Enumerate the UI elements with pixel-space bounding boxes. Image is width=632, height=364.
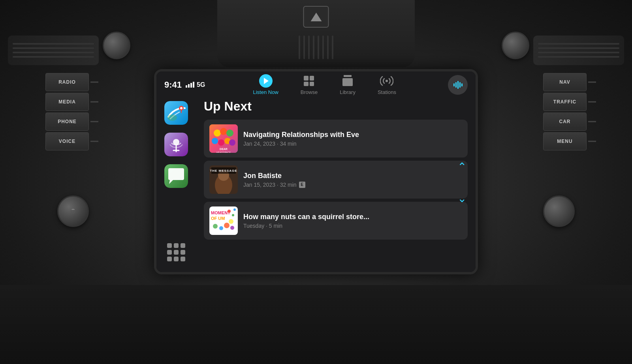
stations-icon — [380, 74, 393, 88]
episode-item-3[interactable]: MOMENT OF UM — [204, 202, 468, 240]
svg-point-5 — [167, 114, 177, 121]
car-dashboard: RADIO MEDIA PHONE VOICE NAV TRAFFIC CAR … — [0, 0, 632, 364]
svg-point-15 — [226, 129, 233, 137]
vent-line — [13, 56, 94, 58]
voice-button[interactable]: VOICE — [45, 132, 89, 150]
episode-title-2: Jon Batiste — [243, 172, 462, 180]
library-icon — [341, 74, 354, 88]
top-bar: 9:41 5G — [156, 71, 476, 93]
episode-artwork-3: MOMENT OF UM — [209, 206, 238, 235]
svg-point-4 — [180, 107, 182, 109]
svg-text:MOMENT: MOMENT — [211, 210, 230, 215]
center-vent — [299, 36, 333, 59]
scroll-up-button[interactable]: ⌃ — [454, 159, 470, 175]
grid-dot — [174, 243, 179, 248]
podcasts-icon — [164, 133, 188, 156]
svg-text:OF UM: OF UM — [211, 216, 225, 221]
svg-point-37 — [233, 208, 236, 211]
phone-button[interactable]: PHONE — [45, 113, 89, 131]
grid-dot — [174, 257, 179, 261]
tab-library[interactable]: Library — [329, 74, 367, 95]
svg-rect-2 — [164, 101, 188, 125]
svg-point-13 — [214, 129, 221, 137]
traffic-button[interactable]: TRAFFIC — [543, 93, 587, 111]
explicit-badge: E — [299, 182, 305, 188]
episode-title-1: Navigating Relationships with Eve — [243, 131, 462, 139]
media-button[interactable]: MEDIA — [45, 93, 89, 111]
vent-line — [538, 52, 619, 53]
network-type: 5G — [197, 81, 205, 88]
menu-button[interactable]: MENU — [543, 132, 587, 150]
vent-slot — [303, 36, 305, 59]
signal-bars — [186, 82, 194, 88]
grid-cell — [304, 76, 308, 81]
grid-dots — [167, 243, 185, 261]
vent-slot — [322, 36, 324, 59]
signal-bar-1 — [186, 85, 187, 88]
svg-point-17 — [218, 139, 224, 146]
vent-line — [13, 43, 94, 45]
car-button-btn[interactable]: CAR — [543, 113, 587, 131]
scroll-down-button[interactable]: ⌄ — [454, 191, 470, 206]
sidebar-item-podcasts[interactable] — [164, 133, 188, 156]
tab-browse[interactable]: Browse — [290, 74, 329, 95]
stations-svg-icon — [380, 75, 393, 86]
svg-text:HEADSPACE: HEADSPACE — [216, 151, 231, 153]
episode-title-3: How many nuts can a squirrel store... — [243, 213, 462, 221]
siri-bar — [461, 83, 463, 86]
right-button-panel: NAV TRAFFIC CAR MENU — [543, 73, 587, 150]
grid-dot — [174, 250, 179, 255]
vent-line — [538, 47, 619, 49]
svg-text:THE MESSAGE: THE MESSAGE — [210, 169, 237, 173]
right-vent — [533, 36, 624, 65]
episode-list: DEAR HEADSPACE Navigating Relationships … — [204, 120, 468, 240]
top-center-panel — [217, 0, 415, 67]
siri-button[interactable] — [448, 75, 468, 95]
grid-dot — [167, 257, 172, 261]
radio-button[interactable]: RADIO — [45, 73, 89, 91]
listen-now-icon — [259, 74, 273, 88]
siri-bar — [455, 82, 457, 88]
vent-line — [13, 47, 94, 49]
episode-info-1: Navigating Relationships with Eve Jan 24… — [243, 131, 462, 147]
tab-stations[interactable]: Stations — [367, 74, 407, 95]
signal-bar-4 — [193, 82, 194, 88]
vent-line — [538, 56, 619, 58]
hazard-button[interactable] — [303, 6, 329, 28]
siri-bar — [459, 82, 461, 88]
left-button-panel: RADIO MEDIA PHONE VOICE — [45, 73, 89, 150]
content-area: Up Next — [196, 93, 476, 272]
top-knob-left[interactable] — [103, 32, 130, 59]
svg-point-34 — [229, 219, 233, 224]
grid-dot — [167, 250, 172, 255]
sidebar-item-messages[interactable] — [164, 164, 188, 188]
svg-rect-0 — [344, 75, 352, 77]
svg-point-35 — [228, 210, 231, 213]
play-circle — [259, 74, 273, 88]
signal-bar-3 — [190, 83, 192, 88]
svg-text:DEAR: DEAR — [220, 148, 228, 150]
grid-icon — [304, 76, 314, 86]
svg-point-36 — [232, 214, 234, 216]
dear-headspace-artwork: DEAR HEADSPACE — [209, 124, 238, 153]
main-content: Up Next — [156, 93, 476, 272]
sidebar — [156, 93, 196, 272]
top-knob-right[interactable] — [502, 32, 529, 59]
volume-knob-right[interactable] — [543, 195, 575, 227]
nav-button[interactable]: NAV — [543, 73, 587, 91]
app-grid-launcher[interactable] — [164, 240, 188, 264]
messages-icon — [164, 164, 188, 188]
episode-item-2[interactable]: THE MESSAGE Jon Batiste Jan 15, 2023 · 3… — [204, 161, 468, 199]
episode-meta-1: Jan 24, 2023 · 34 min — [243, 141, 462, 147]
sidebar-item-maps[interactable] — [164, 101, 188, 125]
power-knob-left[interactable] — [57, 195, 89, 227]
episode-info-3: How many nuts can a squirrel store... Tu… — [243, 213, 462, 229]
tab-listen-now[interactable]: Listen Now — [242, 74, 289, 95]
grid-cell — [310, 82, 314, 86]
scroll-controls: ⌃ ⌄ — [454, 159, 470, 206]
siri-waveform — [453, 81, 463, 89]
grid-cell — [304, 82, 308, 86]
episode-item-1[interactable]: DEAR HEADSPACE Navigating Relationships … — [204, 120, 468, 158]
grid-dot — [181, 257, 185, 261]
vent-slot — [332, 36, 333, 59]
